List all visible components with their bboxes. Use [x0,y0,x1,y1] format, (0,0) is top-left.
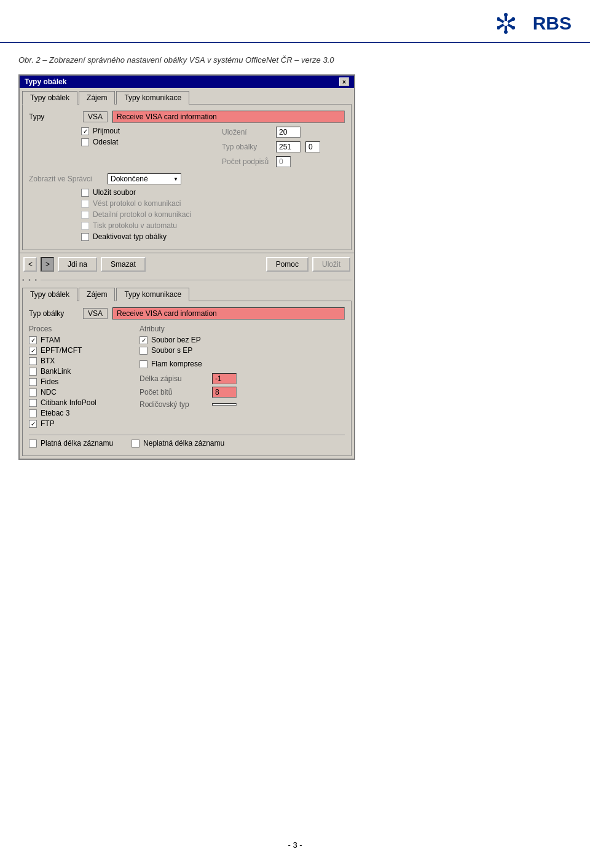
smazat-button[interactable]: Smazat [101,257,146,272]
cb-epft[interactable] [29,347,37,355]
rodicovsky-typ-input[interactable] [212,403,237,406]
attr-soubor-bez-ep: Soubor bez EP [140,336,262,344]
zobrazit-row: Zobrazit ve Správci Dokončené ▼ [29,173,345,184]
tab2-typy-komunikace[interactable]: Typy komunikace [116,288,189,301]
rbs-logo: RBS [497,11,572,36]
tab-typy-komunikace[interactable]: Typy komunikace [116,91,189,105]
two-col-section: Proces FTAM EPFT/MCFT BTX [29,325,345,430]
cb-fides[interactable] [29,378,37,386]
rbs-logo-text: RBS [533,13,572,34]
cb-banklink[interactable] [29,368,37,376]
typ-obalky-input[interactable]: 251 [276,141,301,152]
svg-point-5 [504,13,508,17]
cb-soubor-s-ep[interactable] [140,347,148,355]
delka-zapisu-input[interactable]: -1 [212,373,237,384]
dialog2-tabs: Typy obálek Zájem Typy komunikace [20,285,354,301]
label-vest-protokol: Vést protokol o komunikaci [93,199,181,208]
cb-vest-protokol-row: Vést protokol o komunikaci [81,199,345,208]
proces-ftp: FTP [29,419,127,428]
label-neplatna-delka: Neplatná délka záznamu [143,439,224,448]
label-prijmout: Přijmout [93,127,120,135]
proces-ndc: NDC [29,388,127,397]
label-fides: Fides [41,377,58,386]
cb-neplatna-delka-row: Neplatná délka záznamu [132,439,224,448]
dialog1-toolbar: < > Jdi na Smazat Pomoc Uložit [20,253,354,275]
col-proces: Proces FTAM EPFT/MCFT BTX [29,325,127,430]
separator-dots: • • • [22,277,38,283]
label-deaktivovat: Deaktivovat typ obálky [93,232,167,241]
cb-odeslat[interactable] [81,138,89,146]
cb-flam[interactable] [140,360,148,368]
page-number: - 3 - [0,840,590,850]
field-rows: Délka zápisu -1 Počet bitů 8 Rodičovský … [140,373,262,409]
cb-tisk-protokolu-row: Tisk protokolu v automatu [81,221,345,230]
rbs-logo-icon [497,11,529,36]
pocet-podpisu-input: 0 [276,156,291,167]
dropdown-dokoncene[interactable]: Dokončené ▼ [108,173,181,184]
cb-ftp[interactable] [29,420,37,428]
col-proces-header: Proces [29,325,127,333]
cb-neplatna-delka[interactable] [132,440,140,448]
main-content: Obr. 2 – Zobrazení správného nastavení o… [0,43,590,477]
cb-etebac[interactable] [29,409,37,417]
header: RBS [0,0,590,43]
dropdown-value: Dokončené [111,175,148,183]
nav-next-button[interactable]: > [41,257,54,272]
label-btx: BTX [41,357,55,365]
tab2-typy-obalek[interactable]: Typy obálek [22,288,77,301]
cb-platna-delka-row: Platná délka záznamu [29,439,113,448]
panel-separator: • • • [20,275,354,285]
cb-vest-protokol [81,200,89,208]
nav-prev-button[interactable]: < [23,257,37,272]
cb-ndc[interactable] [29,389,37,397]
rodicovsky-typ-row: Rodičovský typ [140,400,262,409]
svg-point-7 [511,17,515,21]
cb-prijmout-row: Přijmout [81,127,217,135]
proces-citibank: Citibank InfoPool [29,398,127,407]
col-atributy-header: Atributy [140,325,262,333]
ulozeni-input[interactable]: 20 [276,127,301,138]
label-tisk-protokolu: Tisk protokolu v automatu [93,221,177,230]
proces-btx: BTX [29,357,127,365]
cb-prijmout[interactable] [81,127,89,135]
label-ndc: NDC [41,388,57,397]
tab2-zajem[interactable]: Zájem [79,288,115,301]
label-citibank: Citibank InfoPool [41,398,96,407]
visa-card-info-field-1: Receive VISA card information [112,111,345,123]
label-zobrazit: Zobrazit ve Správci [29,175,103,183]
cb-citibank[interactable] [29,399,37,407]
label-ftp: FTP [41,419,55,428]
label-ulozit-soubor: Uložit soubor [93,188,136,197]
cb-deaktivovat-row: Deaktivovat typ obálky [81,232,345,241]
attr-flam: Flam komprese [140,360,262,368]
jdi-na-button[interactable]: Jdi na [58,257,97,272]
cb-ulozit-soubor[interactable] [81,189,89,197]
label-rodicovsky-typ: Rodičovský typ [140,400,207,409]
cb-ulozit-soubor-row: Uložit soubor [81,188,345,197]
cb-deaktivovat[interactable] [81,233,89,241]
label-typ-obalky-2: Typ obálky [29,309,78,318]
cb-odeslat-row: Odeslat [81,138,217,146]
cb-ftam[interactable] [29,336,37,344]
svg-point-6 [504,30,508,34]
pomoc-button[interactable]: Pomoc [266,257,309,272]
dialog-close-button[interactable]: × [339,77,349,86]
label-ulozeni: Uložení [222,128,271,136]
label-epft: EPFT/MCFT [41,346,82,355]
label-flam: Flam komprese [151,360,202,368]
cb-platna-delka[interactable] [29,440,37,448]
label-soubor-bez-ep: Soubor bez EP [151,336,201,344]
tab-zajem[interactable]: Zájem [79,91,115,105]
proces-epft: EPFT/MCFT [29,346,127,355]
ulozit-button[interactable]: Uložit [312,257,350,272]
typ-obalky-input2[interactable]: 0 [305,141,320,152]
cb-btx[interactable] [29,357,37,365]
tab-typy-obalek[interactable]: Typy obálek [22,91,77,105]
label-delka-zapisu: Délka zápisu [140,374,207,383]
typ-obalky-row: Typ obálky 251 0 [222,141,345,152]
proces-etebac: Etebac 3 [29,409,127,417]
label-pocet-bitu: Počet bitů [140,388,207,397]
cb-soubor-bez-ep[interactable] [140,336,148,344]
pocet-bitu-input[interactable]: 8 [212,387,237,398]
proces-banklink: BankLink [29,367,127,376]
